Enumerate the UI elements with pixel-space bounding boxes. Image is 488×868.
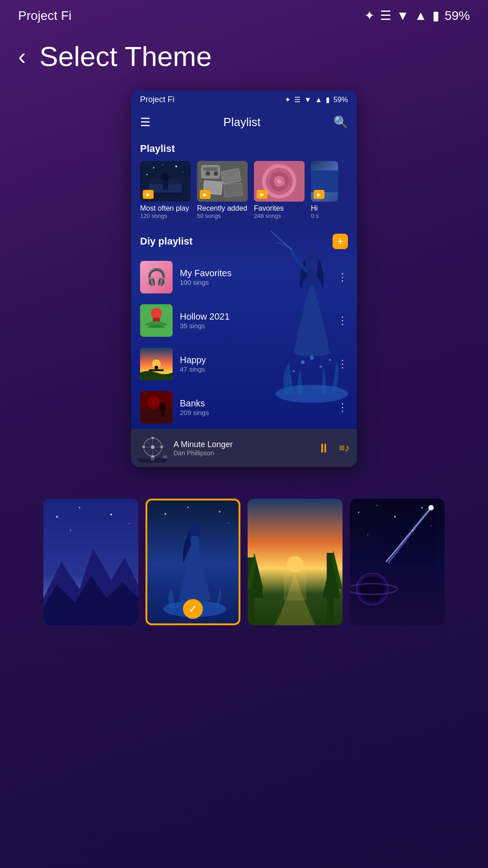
svg-rect-45: [161, 410, 164, 417]
page-header: ‹ Select Theme: [0, 31, 488, 90]
theme-3[interactable]: [248, 499, 343, 625]
item-2-info: Hollow 2021 35 sings: [180, 311, 330, 330]
item-4-menu[interactable]: ⋮: [337, 401, 348, 414]
playlist-card-4[interactable]: ▶ Hi 0 s: [311, 161, 338, 219]
vibrate-icon: ☰: [380, 8, 391, 23]
phone-appbar: ☰ Playlist 🔍: [131, 109, 357, 136]
battery-icon: ▮: [432, 8, 439, 23]
item-2-menu[interactable]: ⋮: [337, 314, 348, 327]
theme-2[interactable]: ✓: [145, 499, 240, 625]
svg-rect-5: [163, 181, 168, 190]
svg-point-8: [175, 165, 177, 167]
svg-point-65: [70, 530, 71, 531]
playlist-card-2[interactable]: ▶ Recently added 50 songs: [197, 161, 248, 219]
headphones-icon: 🎧: [146, 268, 167, 287]
svg-point-63: [110, 514, 112, 515]
phone-sig-icon: ▲: [315, 96, 322, 104]
wifi-icon: ▼: [397, 9, 409, 23]
diy-item-3[interactable]: Happy 47 sings ⋮: [131, 342, 357, 386]
phone-mockup-wrapper: Project Fi ✦ ☰ ▼ ▲ ▮ 59% ☰ Playlist 🔍 Pl…: [0, 90, 488, 481]
svg-point-40: [155, 366, 158, 369]
svg-point-62: [79, 507, 80, 509]
selected-check: ✓: [183, 599, 203, 619]
phone-battery: 59%: [333, 96, 348, 104]
item-4-info: Banks 209 sings: [180, 398, 330, 416]
now-playing-bar[interactable]: A Minute Longer Dan Phillipson ⏸ ≡♪: [131, 429, 357, 467]
svg-point-81: [422, 507, 423, 509]
diy-item-2[interactable]: Hollow 2021 35 sings ⋮: [131, 299, 357, 342]
svg-point-87: [360, 576, 385, 602]
svg-point-9: [183, 172, 183, 173]
card-2-name: Recently added: [197, 204, 248, 212]
svg-point-4: [162, 173, 169, 182]
playlist-card-1[interactable]: ▶ Most often play 120 songs: [140, 161, 191, 219]
item-4-name: Banks: [180, 398, 330, 409]
diy-section: Diy playlist + 🎧 My Favorites 100 sings …: [131, 226, 357, 429]
phone-wifi-icon: ▼: [304, 96, 311, 104]
svg-point-73: [228, 523, 229, 524]
status-bar: Project Fi ✦ ☰ ▼ ▲ ▮ 59%: [0, 0, 488, 31]
item-3-menu[interactable]: ⋮: [337, 358, 348, 370]
phone-status-right: ✦ ☰ ▼ ▲ ▮ 59%: [285, 95, 348, 104]
card-2-count: 50 songs: [197, 212, 248, 219]
item-thumb-4: [140, 391, 173, 424]
svg-point-71: [188, 507, 189, 508]
theme-4[interactable]: [350, 499, 445, 625]
item-1-name: My Favorites: [180, 268, 330, 278]
svg-rect-36: [153, 318, 160, 321]
item-1-menu[interactable]: ⋮: [337, 271, 348, 283]
svg-point-78: [358, 512, 360, 513]
svg-point-70: [164, 513, 166, 515]
svg-point-35: [151, 308, 162, 319]
svg-rect-59: [151, 456, 155, 461]
item-thumb-1: 🎧: [140, 261, 173, 293]
play-badge-3: ▶: [257, 190, 267, 199]
theme-1[interactable]: [43, 499, 138, 625]
svg-rect-57: [163, 455, 167, 459]
now-playing-art: [138, 434, 167, 462]
theme-section: ✓: [0, 481, 488, 634]
page-title: Select Theme: [39, 40, 211, 72]
phone-bt-icon: ✦: [285, 95, 291, 104]
queue-button[interactable]: ≡♪: [339, 442, 350, 454]
item-1-info: My Favorites 100 sings: [180, 268, 330, 286]
phone-carrier: Project Fi: [140, 95, 174, 104]
banks-art: [140, 391, 173, 424]
phone-vib-icon: ☰: [294, 95, 300, 104]
diy-header: Diy playlist +: [131, 234, 357, 255]
hamburger-icon[interactable]: ☰: [140, 115, 150, 129]
item-3-name: Happy: [180, 355, 330, 365]
diy-item-4[interactable]: Banks 209 sings ⋮: [131, 386, 357, 429]
svg-point-14: [206, 171, 210, 176]
card-4-name: Hi: [311, 204, 338, 212]
diy-item-1[interactable]: 🎧 My Favorites 100 sings ⋮: [131, 255, 357, 299]
svg-point-61: [56, 516, 58, 518]
item-2-name: Hollow 2021: [180, 311, 330, 322]
svg-point-85: [428, 505, 434, 510]
svg-point-79: [376, 505, 377, 506]
now-playing-artist: Dan Phillipson: [174, 449, 311, 457]
svg-point-83: [367, 534, 368, 535]
item-thumb-2: [140, 304, 173, 337]
search-icon[interactable]: 🔍: [333, 115, 348, 129]
add-playlist-button[interactable]: +: [333, 234, 348, 249]
svg-rect-69: [191, 536, 199, 553]
svg-point-6: [153, 167, 155, 169]
svg-rect-18: [224, 183, 243, 197]
svg-rect-77: [350, 499, 445, 625]
card-3-count: 248 songs: [254, 212, 305, 219]
play-badge-1: ▶: [143, 190, 154, 199]
theme-1-preview: [43, 499, 138, 625]
svg-rect-42: [140, 409, 173, 424]
playlist-thumb-3: ▶: [254, 161, 305, 202]
theme-3-preview: [248, 499, 343, 625]
playlist-section: Playlist: [131, 136, 357, 226]
svg-point-80: [394, 516, 396, 518]
phone-bat-icon: ▮: [326, 95, 330, 104]
playlist-card-3[interactable]: ▶ Favorites 248 songs: [254, 161, 305, 219]
hollow-art: [140, 304, 173, 337]
pause-button[interactable]: ⏸: [317, 441, 330, 456]
item-3-count: 47 sings: [180, 365, 330, 373]
svg-point-76: [287, 556, 303, 572]
back-button[interactable]: ‹: [18, 45, 26, 68]
